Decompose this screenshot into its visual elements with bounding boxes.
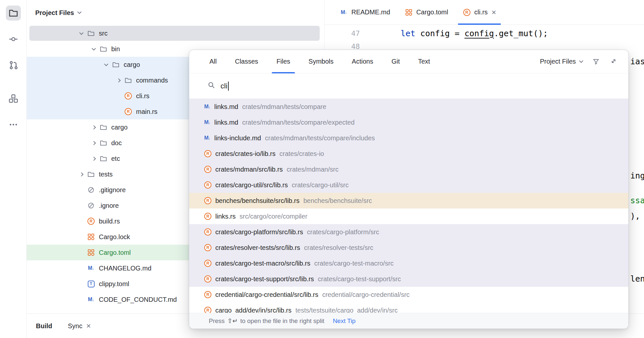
- ignore-icon: [87, 202, 95, 209]
- filter-icon[interactable]: [592, 58, 600, 65]
- result-file-path: tests/testsuite/cargo_add/dev/in/src: [295, 307, 398, 313]
- result-file-name: cargo_add/dev/in/src/lib.rs: [215, 307, 291, 313]
- tree-item-label: cargo: [124, 61, 140, 69]
- search-popup-tabs: AllClassesFilesSymbolsActionsGitText: [209, 50, 448, 73]
- search-result-row[interactable]: Rlinks.rssrc/cargo/core/compiler: [189, 208, 628, 224]
- markdown-icon: M↓: [340, 10, 348, 15]
- search-result-row[interactable]: Rcrates/crates-io/lib.rscrates/crates-io: [189, 146, 628, 161]
- activity-commit-icon[interactable]: [6, 32, 21, 47]
- tree-item-label: etc: [111, 155, 120, 162]
- project-panel-header[interactable]: Project Files: [27, 0, 324, 25]
- search-result-row[interactable]: Rbenches/benchsuite/src/lib.rsbenches/be…: [189, 193, 628, 208]
- search-result-row[interactable]: Rcrates/mdman/src/lib.rscrates/mdman/src: [189, 161, 628, 177]
- result-file-name: links-include.md: [214, 134, 261, 142]
- search-tab-git[interactable]: Git: [391, 50, 400, 73]
- bottom-tab-build[interactable]: Build: [36, 322, 52, 330]
- chevron-collapsed-icon[interactable]: [79, 172, 84, 177]
- activity-project-folder-icon[interactable]: [6, 6, 21, 21]
- cargo-icon: [405, 9, 413, 16]
- search-result-row[interactable]: M↓links.mdcrates/mdman/tests/compare: [189, 99, 628, 115]
- activity-pull-requests-icon[interactable]: [6, 57, 21, 72]
- result-file-name: links.rs: [215, 213, 236, 220]
- activity-more-icon[interactable]: [6, 117, 21, 132]
- search-result-row[interactable]: Rcrates/cargo-util/src/lib.rscrates/carg…: [189, 177, 628, 193]
- chevron-collapsed-icon[interactable]: [92, 157, 96, 161]
- rust-icon: R: [204, 307, 211, 313]
- search-tab-files[interactable]: Files: [276, 50, 290, 73]
- activity-structure-icon[interactable]: [6, 91, 21, 106]
- result-file-path: crates/cargo-test-macro/src: [314, 260, 393, 267]
- chevron-expanded-icon[interactable]: [104, 62, 108, 66]
- search-result-row[interactable]: Rcrates/resolver-tests/src/lib.rscrates/…: [189, 240, 628, 255]
- rust-icon: R: [124, 108, 132, 115]
- close-icon[interactable]: ×: [86, 322, 91, 330]
- result-file-name: crates/cargo-test-macro/src/lib.rs: [215, 260, 310, 267]
- markdown-icon: M↓: [87, 266, 95, 271]
- scope-selector[interactable]: Project Files: [540, 58, 583, 65]
- chevron-down-icon[interactable]: [77, 10, 82, 14]
- editor-tab-bar: M↓README.mdCargo.tomlRcli.rs×: [325, 0, 644, 25]
- open-in-editor-icon[interactable]: [609, 58, 617, 65]
- folder-icon: [87, 171, 95, 178]
- next-tip-link[interactable]: Next Tip: [333, 317, 356, 325]
- chevron-down-icon: [579, 59, 583, 63]
- result-file-path: credential/cargo-credential/src: [322, 291, 410, 299]
- text-caret: [228, 82, 229, 91]
- chevron-collapsed-icon[interactable]: [116, 78, 121, 83]
- search-tab-actions[interactable]: Actions: [352, 50, 373, 73]
- editor-tab-cargo-toml[interactable]: Cargo.toml: [397, 0, 455, 24]
- cargo-icon: [87, 249, 95, 256]
- result-file-path: src/cargo/core/compiler: [239, 213, 307, 220]
- close-icon[interactable]: ×: [492, 8, 496, 17]
- ignore-icon: [87, 186, 95, 193]
- tree-item-label: clippy.toml: [99, 280, 129, 288]
- bottom-tab-label: Build: [36, 322, 52, 330]
- code-editor[interactable]: 47let config = config.get_mut();48: [325, 25, 644, 53]
- markdown-icon: M↓: [204, 104, 210, 109]
- chevron-expanded-icon[interactable]: [79, 31, 84, 35]
- rust-icon: R: [204, 275, 211, 283]
- tree-item-label: .ignore: [99, 202, 119, 209]
- search-tab-symbols[interactable]: Symbols: [309, 50, 334, 73]
- search-tab-classes[interactable]: Classes: [235, 50, 258, 73]
- search-result-row[interactable]: Rcredential/cargo-credential/src/lib.rsc…: [189, 287, 628, 302]
- rust-icon: R: [204, 213, 211, 220]
- tree-item-label: commands: [136, 77, 168, 84]
- search-results-list: M↓links.mdcrates/mdman/tests/compareM↓li…: [189, 99, 628, 313]
- result-file-name: crates/resolver-tests/src/lib.rs: [215, 244, 300, 252]
- search-result-row[interactable]: Rcrates/cargo-platform/src/lib.rscrates/…: [189, 224, 628, 240]
- markdown-icon: M↓: [87, 297, 95, 302]
- rust-icon: R: [204, 197, 211, 204]
- bottom-tab-label: Sync: [68, 322, 82, 330]
- code-line[interactable]: 47let config = config.get_mut();: [325, 27, 644, 40]
- search-result-row[interactable]: Rcrates/cargo-test-macro/src/lib.rscrate…: [189, 255, 628, 271]
- tree-item-label: cli.rs: [136, 92, 149, 100]
- search-field[interactable]: cli: [189, 73, 628, 99]
- result-file-path: crates/mdman/tests/compare: [242, 103, 326, 111]
- search-result-row[interactable]: M↓links-include.mdcrates/mdman/tests/com…: [189, 130, 628, 146]
- search-result-row[interactable]: Rcargo_add/dev/in/src/lib.rstests/testsu…: [189, 302, 628, 313]
- tree-item-src[interactable]: src: [27, 25, 324, 41]
- chevron-collapsed-icon[interactable]: [92, 141, 96, 145]
- search-tab-text[interactable]: Text: [418, 50, 430, 73]
- result-file-name: crates/cargo-platform/src/lib.rs: [215, 228, 303, 236]
- editor-tab-readme-md[interactable]: M↓README.md: [332, 0, 397, 24]
- tree-item-label: CODE_OF_CONDUCT.md: [99, 296, 177, 303]
- rust-icon: R: [463, 9, 471, 16]
- search-tab-all[interactable]: All: [209, 50, 217, 73]
- folder-icon: [124, 77, 132, 84]
- footer-hint: Press⇧↵to open the file in the right spl…: [209, 317, 324, 325]
- tree-item-label: Cargo.lock: [99, 233, 130, 241]
- bottom-tab-sync[interactable]: Sync×: [68, 322, 91, 330]
- chevron-collapsed-icon[interactable]: [92, 125, 96, 130]
- code-fragment: iase: [630, 57, 644, 66]
- search-result-row[interactable]: Rcrates/cargo-test-support/src/lib.rscra…: [189, 271, 628, 287]
- editor-tab-cli-rs[interactable]: Rcli.rs×: [455, 0, 503, 24]
- tree-item-label: bin: [111, 45, 120, 53]
- chevron-expanded-icon[interactable]: [92, 46, 96, 51]
- folder-icon: [99, 155, 108, 162]
- result-file-path: benches/benchsuite/src: [303, 197, 372, 205]
- search-result-row[interactable]: M↓links.mdcrates/mdman/tests/compare/exp…: [189, 115, 628, 130]
- result-file-name: links.md: [214, 103, 238, 111]
- rust-icon: R: [204, 166, 211, 173]
